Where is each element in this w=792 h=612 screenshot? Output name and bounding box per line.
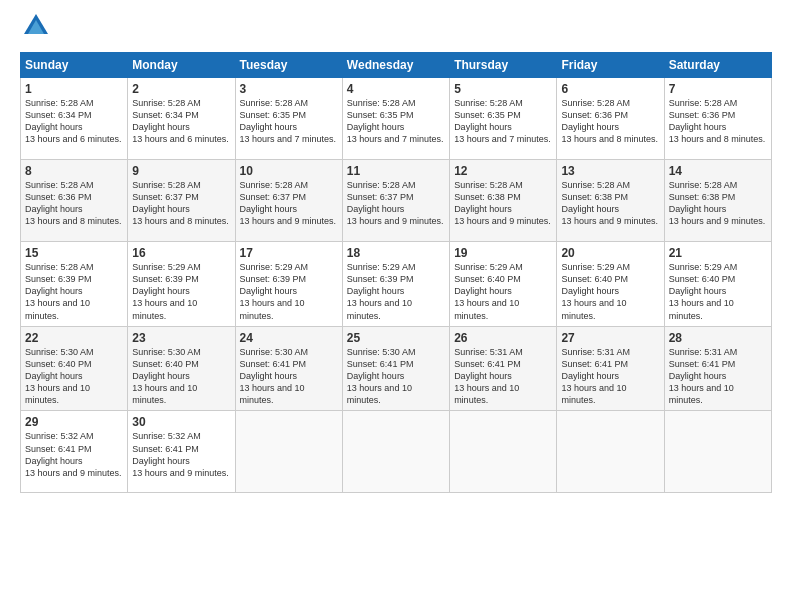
day-info: Sunrise: 5:29 AM Sunset: 6:40 PM Dayligh… xyxy=(669,261,767,322)
calendar-day-cell xyxy=(342,411,449,493)
main-container: SundayMondayTuesdayWednesdayThursdayFrid… xyxy=(0,0,792,503)
calendar-day-cell: 13 Sunrise: 5:28 AM Sunset: 6:38 PM Dayl… xyxy=(557,160,664,242)
day-number: 23 xyxy=(132,331,230,345)
calendar-day-cell: 30 Sunrise: 5:32 AM Sunset: 6:41 PM Dayl… xyxy=(128,411,235,493)
day-number: 1 xyxy=(25,82,123,96)
day-number: 16 xyxy=(132,246,230,260)
calendar-header-cell: Sunday xyxy=(21,53,128,78)
day-info: Sunrise: 5:30 AM Sunset: 6:40 PM Dayligh… xyxy=(132,346,230,407)
day-info: Sunrise: 5:28 AM Sunset: 6:35 PM Dayligh… xyxy=(240,97,338,146)
logo-icon xyxy=(22,12,50,40)
day-number: 20 xyxy=(561,246,659,260)
calendar-body: 1 Sunrise: 5:28 AM Sunset: 6:34 PM Dayli… xyxy=(21,78,772,493)
calendar-day-cell xyxy=(235,411,342,493)
calendar-day-cell: 14 Sunrise: 5:28 AM Sunset: 6:38 PM Dayl… xyxy=(664,160,771,242)
day-number: 19 xyxy=(454,246,552,260)
logo xyxy=(20,16,50,40)
calendar-header-cell: Tuesday xyxy=(235,53,342,78)
day-number: 24 xyxy=(240,331,338,345)
day-info: Sunrise: 5:28 AM Sunset: 6:37 PM Dayligh… xyxy=(347,179,445,228)
day-info: Sunrise: 5:31 AM Sunset: 6:41 PM Dayligh… xyxy=(454,346,552,407)
day-info: Sunrise: 5:28 AM Sunset: 6:36 PM Dayligh… xyxy=(561,97,659,146)
day-info: Sunrise: 5:28 AM Sunset: 6:37 PM Dayligh… xyxy=(240,179,338,228)
day-number: 4 xyxy=(347,82,445,96)
day-info: Sunrise: 5:32 AM Sunset: 6:41 PM Dayligh… xyxy=(25,430,123,479)
day-number: 26 xyxy=(454,331,552,345)
calendar-header-cell: Thursday xyxy=(450,53,557,78)
calendar-day-cell: 21 Sunrise: 5:29 AM Sunset: 6:40 PM Dayl… xyxy=(664,242,771,327)
day-info: Sunrise: 5:28 AM Sunset: 6:38 PM Dayligh… xyxy=(669,179,767,228)
calendar-week-row: 22 Sunrise: 5:30 AM Sunset: 6:40 PM Dayl… xyxy=(21,326,772,411)
calendar-day-cell: 16 Sunrise: 5:29 AM Sunset: 6:39 PM Dayl… xyxy=(128,242,235,327)
calendar-day-cell: 25 Sunrise: 5:30 AM Sunset: 6:41 PM Dayl… xyxy=(342,326,449,411)
calendar-day-cell: 12 Sunrise: 5:28 AM Sunset: 6:38 PM Dayl… xyxy=(450,160,557,242)
calendar-day-cell xyxy=(557,411,664,493)
calendar-week-row: 8 Sunrise: 5:28 AM Sunset: 6:36 PM Dayli… xyxy=(21,160,772,242)
day-info: Sunrise: 5:28 AM Sunset: 6:34 PM Dayligh… xyxy=(25,97,123,146)
day-number: 10 xyxy=(240,164,338,178)
day-number: 5 xyxy=(454,82,552,96)
calendar-day-cell: 27 Sunrise: 5:31 AM Sunset: 6:41 PM Dayl… xyxy=(557,326,664,411)
calendar-day-cell: 23 Sunrise: 5:30 AM Sunset: 6:40 PM Dayl… xyxy=(128,326,235,411)
calendar-day-cell: 17 Sunrise: 5:29 AM Sunset: 6:39 PM Dayl… xyxy=(235,242,342,327)
day-number: 29 xyxy=(25,415,123,429)
day-info: Sunrise: 5:30 AM Sunset: 6:40 PM Dayligh… xyxy=(25,346,123,407)
calendar-day-cell: 1 Sunrise: 5:28 AM Sunset: 6:34 PM Dayli… xyxy=(21,78,128,160)
calendar-day-cell: 28 Sunrise: 5:31 AM Sunset: 6:41 PM Dayl… xyxy=(664,326,771,411)
day-info: Sunrise: 5:28 AM Sunset: 6:35 PM Dayligh… xyxy=(454,97,552,146)
day-number: 25 xyxy=(347,331,445,345)
calendar-day-cell: 24 Sunrise: 5:30 AM Sunset: 6:41 PM Dayl… xyxy=(235,326,342,411)
day-info: Sunrise: 5:31 AM Sunset: 6:41 PM Dayligh… xyxy=(669,346,767,407)
calendar-table: SundayMondayTuesdayWednesdayThursdayFrid… xyxy=(20,52,772,493)
day-number: 18 xyxy=(347,246,445,260)
calendar-day-cell: 4 Sunrise: 5:28 AM Sunset: 6:35 PM Dayli… xyxy=(342,78,449,160)
day-info: Sunrise: 5:29 AM Sunset: 6:39 PM Dayligh… xyxy=(240,261,338,322)
calendar-day-cell: 9 Sunrise: 5:28 AM Sunset: 6:37 PM Dayli… xyxy=(128,160,235,242)
day-number: 22 xyxy=(25,331,123,345)
calendar-day-cell: 22 Sunrise: 5:30 AM Sunset: 6:40 PM Dayl… xyxy=(21,326,128,411)
day-info: Sunrise: 5:28 AM Sunset: 6:39 PM Dayligh… xyxy=(25,261,123,322)
day-number: 28 xyxy=(669,331,767,345)
calendar-week-row: 29 Sunrise: 5:32 AM Sunset: 6:41 PM Dayl… xyxy=(21,411,772,493)
day-number: 21 xyxy=(669,246,767,260)
calendar-day-cell: 26 Sunrise: 5:31 AM Sunset: 6:41 PM Dayl… xyxy=(450,326,557,411)
calendar-header-cell: Monday xyxy=(128,53,235,78)
day-number: 15 xyxy=(25,246,123,260)
calendar-header-cell: Friday xyxy=(557,53,664,78)
calendar-day-cell xyxy=(664,411,771,493)
day-number: 13 xyxy=(561,164,659,178)
day-info: Sunrise: 5:29 AM Sunset: 6:39 PM Dayligh… xyxy=(132,261,230,322)
calendar-day-cell: 2 Sunrise: 5:28 AM Sunset: 6:34 PM Dayli… xyxy=(128,78,235,160)
day-number: 8 xyxy=(25,164,123,178)
day-number: 27 xyxy=(561,331,659,345)
day-info: Sunrise: 5:28 AM Sunset: 6:34 PM Dayligh… xyxy=(132,97,230,146)
calendar-header-cell: Saturday xyxy=(664,53,771,78)
day-info: Sunrise: 5:29 AM Sunset: 6:39 PM Dayligh… xyxy=(347,261,445,322)
day-info: Sunrise: 5:30 AM Sunset: 6:41 PM Dayligh… xyxy=(240,346,338,407)
calendar-day-cell: 3 Sunrise: 5:28 AM Sunset: 6:35 PM Dayli… xyxy=(235,78,342,160)
day-info: Sunrise: 5:29 AM Sunset: 6:40 PM Dayligh… xyxy=(454,261,552,322)
calendar-day-cell: 29 Sunrise: 5:32 AM Sunset: 6:41 PM Dayl… xyxy=(21,411,128,493)
calendar-day-cell: 6 Sunrise: 5:28 AM Sunset: 6:36 PM Dayli… xyxy=(557,78,664,160)
day-number: 7 xyxy=(669,82,767,96)
calendar-day-cell: 8 Sunrise: 5:28 AM Sunset: 6:36 PM Dayli… xyxy=(21,160,128,242)
day-info: Sunrise: 5:32 AM Sunset: 6:41 PM Dayligh… xyxy=(132,430,230,479)
day-info: Sunrise: 5:28 AM Sunset: 6:35 PM Dayligh… xyxy=(347,97,445,146)
calendar-week-row: 1 Sunrise: 5:28 AM Sunset: 6:34 PM Dayli… xyxy=(21,78,772,160)
calendar-day-cell: 10 Sunrise: 5:28 AM Sunset: 6:37 PM Dayl… xyxy=(235,160,342,242)
day-info: Sunrise: 5:29 AM Sunset: 6:40 PM Dayligh… xyxy=(561,261,659,322)
calendar-day-cell: 5 Sunrise: 5:28 AM Sunset: 6:35 PM Dayli… xyxy=(450,78,557,160)
day-info: Sunrise: 5:30 AM Sunset: 6:41 PM Dayligh… xyxy=(347,346,445,407)
day-info: Sunrise: 5:28 AM Sunset: 6:36 PM Dayligh… xyxy=(669,97,767,146)
calendar-day-cell: 18 Sunrise: 5:29 AM Sunset: 6:39 PM Dayl… xyxy=(342,242,449,327)
day-number: 30 xyxy=(132,415,230,429)
calendar-day-cell: 15 Sunrise: 5:28 AM Sunset: 6:39 PM Dayl… xyxy=(21,242,128,327)
day-info: Sunrise: 5:28 AM Sunset: 6:36 PM Dayligh… xyxy=(25,179,123,228)
day-number: 11 xyxy=(347,164,445,178)
calendar-header-row: SundayMondayTuesdayWednesdayThursdayFrid… xyxy=(21,53,772,78)
day-info: Sunrise: 5:28 AM Sunset: 6:38 PM Dayligh… xyxy=(561,179,659,228)
day-number: 6 xyxy=(561,82,659,96)
calendar-day-cell: 7 Sunrise: 5:28 AM Sunset: 6:36 PM Dayli… xyxy=(664,78,771,160)
calendar-header-cell: Wednesday xyxy=(342,53,449,78)
day-info: Sunrise: 5:28 AM Sunset: 6:37 PM Dayligh… xyxy=(132,179,230,228)
